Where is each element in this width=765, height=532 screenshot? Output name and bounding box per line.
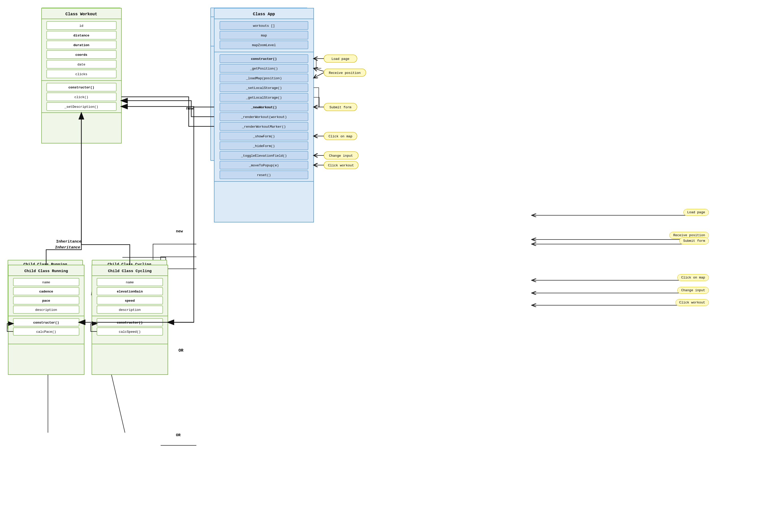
cycling-field-description: description	[95, 297, 164, 304]
workout-field-date: date	[45, 53, 117, 60]
child-cycling-title: Child Class Cycling	[92, 260, 167, 269]
annotation-click-workout: Click workout	[675, 299, 709, 306]
cycling-method-calcspeed: calcSpeed()	[95, 319, 164, 326]
app-method-showform: _showForm()	[214, 117, 304, 124]
class-app-box: Class App workouts [] map mapZoomLevel c…	[210, 8, 307, 161]
child-class-running-box: Child Class Running name cadence pace de…	[8, 260, 83, 329]
annotation-click-on-map: Click on map	[677, 274, 709, 281]
inheritance-label: Inheritance	[56, 239, 81, 244]
annotation-change-input: Change input	[677, 287, 709, 294]
running-method-calcpace: calcPace()	[11, 319, 79, 326]
running-field-description: description	[11, 297, 79, 304]
annotation-submit-form: Submit form	[679, 237, 709, 244]
app-method-renderworkoutmarker: _renderWorkoutMarker()	[214, 109, 304, 116]
running-method-constructor: constructor()	[11, 311, 79, 318]
workout-method-constructor: constructor()	[45, 75, 117, 82]
child-class-cycling-box: Child Class Cycling name elevationGain s…	[92, 260, 167, 329]
cycling-field-name: name	[95, 272, 164, 279]
new-label: new	[176, 229, 183, 234]
class-app-title: Class App	[211, 8, 307, 17]
running-field-cadence: cadence	[11, 280, 79, 287]
workout-field-duration: duration	[45, 36, 117, 43]
app-method-newworkout: _newWorkout()	[214, 92, 304, 99]
app-method-toggleelevation: _toggleElevationField()	[214, 134, 304, 141]
workout-field-coords: coords	[45, 45, 117, 52]
app-method-getposition: _getPosition()	[214, 58, 304, 65]
workout-field-distance: distance	[45, 28, 117, 35]
cycling-method-constructor: constructor()	[95, 311, 164, 318]
running-field-pace: pace	[11, 289, 79, 296]
or-label: OR	[176, 433, 181, 437]
app-method-setlocalstorage: _setLocalStorage()	[214, 75, 304, 82]
workout-field-id: id	[45, 20, 117, 27]
app-method-constructor: constructor()	[214, 50, 304, 57]
running-field-name: name	[11, 272, 79, 279]
workout-method-click: click()	[45, 84, 117, 91]
app-method-hideform: _hideForm()	[214, 126, 304, 133]
child-running-title: Child Class Running	[8, 260, 82, 269]
class-workout-title: Class Workout	[42, 8, 120, 17]
cycling-field-elevationgain: elevationGain	[95, 280, 164, 287]
app-prop-map: map	[214, 28, 304, 35]
app-method-loadmap: _loadMap(position)	[214, 67, 304, 74]
workout-field-clicks: clicks	[45, 62, 117, 69]
annotation-load-page: Load page	[683, 209, 709, 216]
app-method-getlocalstorage: _getLocalStorage()	[214, 84, 304, 91]
app-prop-workouts: workouts []	[214, 20, 304, 27]
app-prop-mapzoomlevel: mapZoomLevel	[214, 36, 304, 43]
app-method-renderworkout: _renderWorkout(workout)	[214, 101, 304, 107]
cycling-field-speed: speed	[95, 289, 164, 296]
app-method-movetopopup: _moveToPopup(e)	[214, 142, 304, 149]
class-workout-box: Class Workout id distance duration coord…	[42, 8, 121, 102]
app-method-reset: reset()	[214, 151, 304, 158]
workout-method-setdescription: _setDescription()	[45, 92, 117, 99]
